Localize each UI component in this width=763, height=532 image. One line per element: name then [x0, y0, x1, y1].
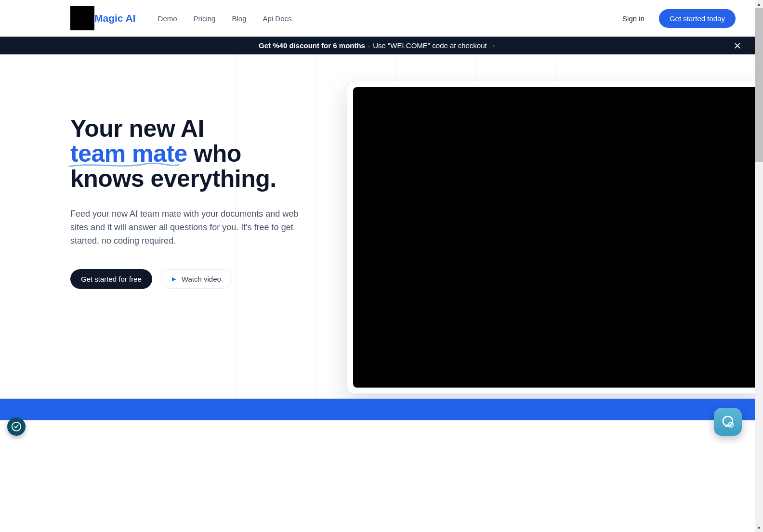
page-title: Your new AI team mate who knows everythi… — [70, 116, 321, 191]
brand-name[interactable]: Magic AI — [94, 13, 136, 24]
accessibility-icon — [11, 421, 22, 432]
promo-rest-text: Use "WELCOME" code at checkout → — [373, 41, 496, 50]
vertical-scrollbar[interactable]: ▲ ▼ — [755, 0, 763, 532]
chat-widget-button[interactable] — [714, 408, 742, 436]
underline-scribble-icon — [68, 161, 180, 169]
nav-item-blog[interactable]: Blog — [232, 14, 246, 23]
hero-section: Your new AI team mate who knows everythi… — [0, 54, 755, 420]
video-preview-card[interactable] — [347, 81, 763, 394]
sign-in-link[interactable]: Sign in — [622, 14, 645, 23]
video-placeholder — [353, 87, 760, 388]
svg-point-4 — [728, 422, 733, 427]
get-started-free-button[interactable]: Get started for free — [70, 269, 152, 289]
play-icon: ▶ — [172, 276, 176, 282]
headline-accent: team mate — [70, 141, 187, 166]
promo-separator: · — [368, 41, 370, 50]
promo-banner[interactable]: Get %40 discount for 6 months · Use "WEL… — [0, 37, 755, 54]
headline-part1: Your new AI — [70, 115, 204, 142]
watch-video-button[interactable]: ▶ Watch video — [161, 269, 232, 289]
top-nav: Magic AI Demo Pricing Blog Api Docs Sign… — [0, 0, 755, 37]
scroll-up-arrow-icon[interactable]: ▲ — [755, 0, 763, 8]
nav-item-apidocs[interactable]: Api Docs — [263, 14, 291, 23]
scroll-thumb[interactable] — [755, 8, 763, 162]
chat-icon — [721, 415, 735, 429]
logo-icon[interactable] — [70, 6, 94, 30]
close-icon[interactable] — [733, 41, 742, 51]
get-started-button[interactable]: Get started today — [659, 9, 736, 28]
watch-video-label: Watch video — [182, 275, 221, 283]
nav-item-pricing[interactable]: Pricing — [194, 14, 216, 23]
footer-strip — [0, 399, 755, 420]
scroll-track[interactable] — [755, 8, 763, 524]
scroll-down-arrow-icon[interactable]: ▼ — [755, 524, 763, 532]
accessibility-widget-button[interactable] — [7, 417, 26, 436]
promo-bold-text: Get %40 discount for 6 months — [259, 41, 365, 50]
nav-item-demo[interactable]: Demo — [158, 14, 177, 23]
nav-links: Demo Pricing Blog Api Docs — [158, 14, 292, 23]
hero-subtext: Feed your new AI team mate with your doc… — [70, 208, 302, 248]
